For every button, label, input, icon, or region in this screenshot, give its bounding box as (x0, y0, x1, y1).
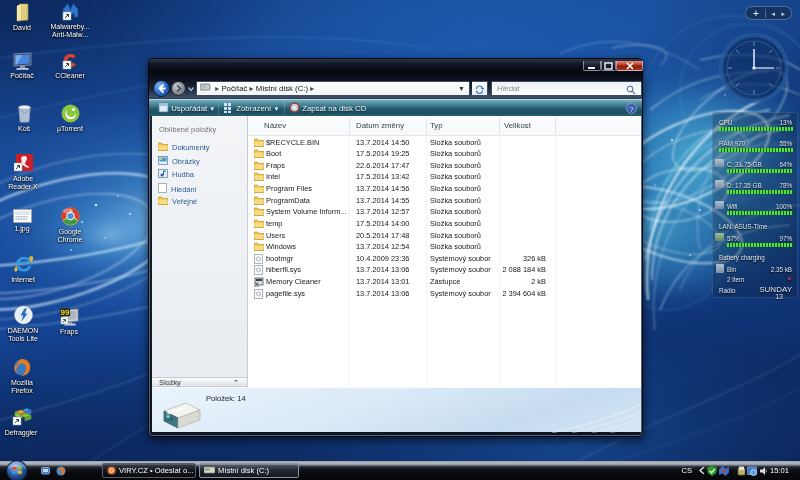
svg-text:?: ? (629, 105, 634, 114)
svg-text:99: 99 (61, 308, 70, 317)
